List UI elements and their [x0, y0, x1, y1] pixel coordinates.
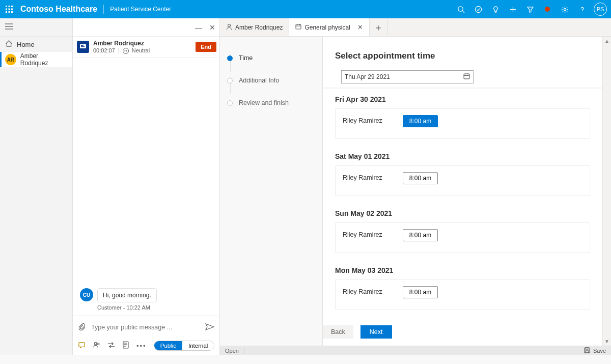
record-indicator-icon[interactable]	[539, 0, 556, 18]
app-launcher-icon[interactable]	[2, 2, 16, 16]
search-icon[interactable]	[452, 0, 469, 18]
app-header: Contoso Healthcare Patient Service Cente…	[0, 0, 611, 18]
step-time-label: Time	[239, 54, 253, 62]
day-date: Fri Apr 30 2021	[335, 95, 590, 103]
day-block: Sat May 01 2021Riley Ramirez8:00 am	[335, 152, 590, 196]
svg-rect-21	[81, 45, 84, 46]
consult-icon[interactable]	[93, 341, 100, 350]
vertical-scrollbar[interactable]: ▲ ▼	[602, 37, 611, 346]
calendar-picker-icon[interactable]	[463, 73, 470, 81]
customer-avatar-icon: CU	[80, 288, 93, 301]
step-review[interactable]: Review and finish	[227, 92, 316, 114]
svg-rect-4	[9, 9, 10, 10]
profile-avatar[interactable]: PS	[594, 3, 607, 16]
chat-message: Hi, good morning.	[97, 288, 157, 302]
step-time[interactable]: Time	[227, 47, 316, 69]
svg-rect-6	[6, 11, 7, 13]
tab-patient-record[interactable]: Amber Rodriquez	[220, 18, 289, 36]
appointment-title: Select appointment time	[335, 51, 590, 61]
practitioner-name: Riley Ramirez	[343, 286, 382, 295]
patient-avatar-icon: AR	[5, 54, 16, 65]
nav-patient-label: Amber Rodriquez	[20, 52, 67, 67]
nav-home[interactable]: Home	[0, 37, 72, 52]
quick-replies-icon[interactable]	[78, 341, 86, 350]
compose-area: ••• Public Internal	[73, 316, 219, 355]
person-icon	[226, 23, 232, 32]
tab-appointment[interactable]: General physical ✕	[289, 18, 369, 36]
svg-rect-22	[81, 46, 85, 47]
svg-rect-7	[9, 11, 10, 13]
svg-rect-3	[6, 9, 7, 10]
tab-appointment-label: General physical	[304, 24, 350, 31]
day-block: Sun May 02 2021Riley Ramirez8:00 am	[335, 209, 590, 253]
filter-icon[interactable]	[521, 0, 539, 18]
close-icon[interactable]: ✕	[209, 23, 215, 32]
svg-rect-31	[296, 24, 301, 29]
svg-point-24	[94, 342, 97, 345]
tab-patient-label: Amber Rodriquez	[235, 24, 283, 31]
svg-rect-8	[11, 11, 13, 13]
message-input[interactable]	[91, 324, 200, 331]
visibility-internal-button[interactable]: Internal	[182, 341, 214, 350]
settings-icon[interactable]	[556, 0, 573, 18]
transfer-icon[interactable]	[107, 342, 115, 350]
visibility-public-button[interactable]: Public	[154, 341, 182, 350]
tabstrip: Amber Rodriquez General physical ✕ ＋	[220, 18, 611, 37]
notes-icon[interactable]	[122, 341, 129, 350]
date-picker[interactable]: Thu Apr 29 2021	[341, 70, 474, 83]
brand-divider	[103, 5, 104, 14]
send-icon[interactable]	[205, 323, 214, 332]
svg-point-15	[564, 8, 566, 10]
wizard-footer: Back Next	[323, 319, 602, 346]
svg-rect-23	[79, 343, 85, 347]
tab-close-icon[interactable]: ✕	[357, 23, 363, 31]
tab-add-button[interactable]: ＋	[370, 18, 388, 36]
step-additional-info[interactable]: Additional Info	[227, 69, 316, 92]
save-status-label: Save	[593, 348, 606, 354]
practitioner-name: Riley Ramirez	[343, 229, 382, 238]
practitioner-name: Riley Ramirez	[343, 172, 382, 181]
day-block: Mon May 03 2021Riley Ramirez8:00 am	[335, 266, 590, 310]
step-review-label: Review and finish	[239, 99, 289, 106]
time-slot-button[interactable]: 8:00 am	[403, 115, 438, 127]
channel-chat-icon	[77, 41, 89, 53]
svg-point-11	[475, 6, 481, 12]
chat-transcript: CU Hi, good morning. Customer - 10:22 AM	[73, 58, 219, 316]
session-sentiment: Neutral	[132, 47, 150, 54]
svg-rect-35	[464, 74, 469, 79]
end-conversation-button[interactable]: End	[196, 42, 216, 52]
help-icon[interactable]	[573, 0, 591, 18]
work-area: Amber Rodriquez General physical ✕ ＋ Tim…	[220, 18, 611, 355]
wizard-stepper: Time Additional Info Review and finish	[220, 37, 323, 346]
svg-rect-5	[11, 9, 13, 10]
more-icon[interactable]: •••	[136, 342, 147, 350]
back-button[interactable]: Back	[323, 325, 353, 339]
next-button[interactable]: Next	[360, 325, 392, 339]
day-date: Sat May 01 2021	[335, 152, 590, 160]
sentiment-icon: ••	[123, 48, 129, 54]
chat-message-meta: Customer - 10:22 AM	[97, 304, 212, 311]
svg-point-9	[458, 6, 462, 11]
svg-rect-2	[11, 6, 13, 7]
menu-toggle-icon[interactable]	[5, 23, 13, 31]
svg-point-30	[228, 24, 231, 26]
minimize-icon[interactable]: —	[195, 23, 202, 32]
calendar-icon	[295, 23, 301, 31]
save-status-icon[interactable]	[584, 347, 590, 354]
practitioner-card: Riley Ramirez8:00 am	[335, 165, 590, 196]
time-slot-button[interactable]: 8:00 am	[403, 172, 438, 184]
scroll-up-icon[interactable]: ▲	[603, 37, 611, 45]
attachment-icon[interactable]	[78, 323, 86, 332]
add-icon[interactable]	[504, 0, 521, 18]
time-slot-button[interactable]: 8:00 am	[403, 286, 438, 298]
practitioner-card: Riley Ramirez8:00 am	[335, 108, 590, 139]
conversation-panel: — ✕ Amber Rodriquez 00:02:07 | •• Neutra…	[73, 18, 220, 355]
svg-line-10	[462, 11, 464, 13]
time-slot-button[interactable]: 8:00 am	[403, 229, 438, 241]
scroll-down-icon[interactable]: ▼	[603, 337, 611, 346]
svg-rect-41	[586, 351, 589, 353]
lightbulb-icon[interactable]	[487, 0, 504, 18]
task-check-icon[interactable]	[469, 0, 487, 18]
nav-patient-session[interactable]: AR Amber Rodriquez	[0, 52, 72, 67]
nav-home-label: Home	[17, 41, 35, 48]
